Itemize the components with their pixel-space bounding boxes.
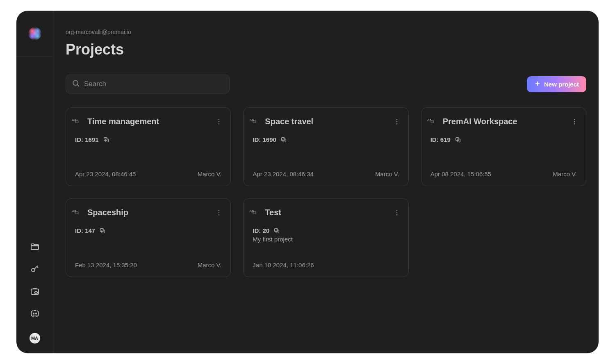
sidebar-nav: [30, 242, 40, 318]
project-id: ID: 147: [75, 227, 95, 234]
avatar[interactable]: MA: [30, 333, 40, 344]
new-project-label: New project: [544, 81, 579, 88]
project-card[interactable]: AaPremAI WorkspaceID: 619Apr 08 2024, 15…: [421, 107, 586, 186]
main-content: org-marcovalli@premai.io Projects New pr…: [53, 11, 599, 353]
svg-point-3: [35, 291, 37, 294]
svg-point-33: [396, 212, 397, 213]
search-icon: [72, 79, 80, 89]
project-date: Jan 10 2024, 11:06:26: [253, 262, 314, 268]
project-description: My first project: [253, 236, 399, 243]
project-id: ID: 1690: [253, 136, 276, 143]
svg-point-20: [574, 119, 575, 120]
project-id-row: ID: 619: [430, 136, 577, 143]
svg-point-16: [396, 123, 397, 124]
project-author: Marco V.: [553, 171, 577, 177]
svg-point-8: [219, 119, 219, 120]
copy-icon[interactable]: [455, 136, 461, 143]
svg-point-26: [219, 210, 219, 211]
project-author: Marco V.: [198, 262, 222, 268]
text-box-icon: Aa: [75, 209, 83, 217]
svg-point-22: [574, 123, 575, 124]
copy-icon[interactable]: [103, 136, 109, 143]
svg-point-28: [219, 214, 219, 215]
card-header: AaSpaceship: [75, 208, 221, 217]
card-footer: Apr 23 2024, 08:46:34Marco V.: [253, 171, 399, 177]
sidebar-divider: [16, 57, 53, 57]
search-input-wrapper[interactable]: [66, 75, 230, 93]
copy-icon[interactable]: [280, 136, 287, 143]
copy-icon[interactable]: [273, 228, 280, 234]
text-box-icon: Aa: [430, 118, 439, 126]
card-menu-button[interactable]: [215, 117, 223, 127]
card-footer: Apr 23 2024, 08:46:45Marco V.: [75, 171, 221, 177]
project-id: ID: 619: [430, 136, 451, 143]
project-id-row: ID: 1691: [75, 136, 221, 143]
project-id-row: ID: 147: [75, 227, 221, 234]
svg-point-10: [219, 123, 219, 124]
search-input[interactable]: [84, 80, 223, 88]
project-id: ID: 1691: [75, 136, 99, 143]
project-title: PremAI Workspace: [443, 117, 517, 126]
toolbar: New project: [66, 75, 586, 93]
project-id-row: ID: 1690: [253, 136, 399, 143]
card-header: AaTest: [253, 208, 399, 217]
svg-point-32: [396, 210, 397, 211]
discord-icon[interactable]: [30, 308, 40, 318]
project-id-row: ID: 20: [253, 227, 399, 234]
copy-icon[interactable]: [99, 228, 106, 234]
card-menu-button[interactable]: [215, 208, 223, 218]
project-date: Apr 23 2024, 08:46:45: [75, 171, 136, 177]
svg-point-6: [73, 80, 78, 85]
svg-point-14: [396, 119, 397, 120]
svg-point-9: [219, 121, 219, 122]
new-project-button[interactable]: New project: [527, 76, 586, 92]
project-date: Feb 13 2024, 15:35:20: [75, 262, 137, 268]
svg-point-21: [574, 121, 575, 122]
svg-point-5: [35, 313, 36, 314]
project-card[interactable]: AaTestID: 20My first projectJan 10 2024,…: [243, 198, 408, 277]
card-footer: Feb 13 2024, 15:35:20Marco V.: [75, 262, 221, 268]
app-frame: MA org-marcovalli@premai.io Projects: [16, 11, 599, 353]
text-box-icon: Aa: [75, 118, 83, 126]
project-date: Apr 23 2024, 08:46:34: [253, 171, 313, 177]
project-card[interactable]: AaTime managementID: 1691Apr 23 2024, 08…: [66, 107, 231, 186]
key-icon[interactable]: [30, 264, 40, 274]
projects-grid: AaTime managementID: 1691Apr 23 2024, 08…: [66, 107, 586, 277]
brand-logo[interactable]: [28, 27, 41, 40]
breadcrumb: org-marcovalli@premai.io: [66, 29, 586, 35]
page-title: Projects: [66, 41, 586, 58]
sidebar: MA: [16, 11, 53, 353]
project-title: Test: [265, 208, 281, 217]
card-menu-button[interactable]: [570, 117, 579, 127]
card-footer: Jan 10 2024, 11:06:26: [253, 262, 399, 268]
project-author: Marco V.: [375, 171, 399, 177]
text-box-icon: Aa: [253, 118, 261, 126]
project-title: Time management: [87, 117, 159, 126]
card-menu-button[interactable]: [393, 117, 401, 127]
project-title: Space travel: [265, 117, 313, 126]
card-menu-button[interactable]: [393, 208, 401, 218]
project-date: Apr 08 2024, 15:06:55: [430, 171, 491, 177]
project-title: Spaceship: [87, 208, 128, 217]
svg-point-4: [33, 313, 34, 314]
svg-point-1: [32, 268, 35, 272]
card-header: AaTime management: [75, 117, 221, 126]
text-box-icon: Aa: [253, 209, 261, 217]
svg-point-34: [396, 214, 397, 215]
svg-point-27: [219, 212, 219, 213]
plus-icon: [534, 80, 541, 88]
card-footer: Apr 08 2024, 15:06:55Marco V.: [430, 171, 577, 177]
card-header: AaPremAI Workspace: [430, 117, 577, 126]
project-id: ID: 20: [253, 227, 269, 234]
svg-point-15: [396, 121, 397, 122]
camera-settings-icon[interactable]: [30, 286, 40, 296]
project-card[interactable]: AaSpace travelID: 1690Apr 23 2024, 08:46…: [243, 107, 408, 186]
card-header: AaSpace travel: [253, 117, 399, 126]
project-card[interactable]: AaSpaceshipID: 147Feb 13 2024, 15:35:20M…: [66, 198, 231, 277]
folder-icon[interactable]: [30, 242, 40, 252]
project-author: Marco V.: [198, 171, 222, 177]
